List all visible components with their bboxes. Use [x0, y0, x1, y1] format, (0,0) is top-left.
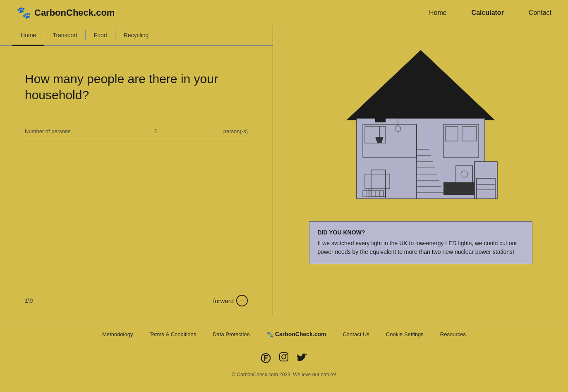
subnav-food[interactable]: Food	[86, 25, 115, 45]
footer-resources[interactable]: Resources	[440, 331, 466, 337]
footer-logo-text: CarbonCheck.com	[275, 331, 326, 337]
footer-footprint-icon: 🐾	[266, 331, 273, 337]
persons-unit: person(-s)	[211, 128, 248, 134]
house-svg	[334, 38, 508, 211]
svg-rect-32	[375, 100, 386, 122]
logo-text: CarbonCheck.com	[34, 7, 115, 18]
svg-rect-38	[280, 353, 288, 361]
footer-contact[interactable]: Contact Us	[343, 331, 369, 337]
persons-label: Number of persons	[25, 128, 108, 134]
logo[interactable]: 🐾 CarbonCheck.com	[17, 6, 115, 19]
question-title: How many people are there in your househ…	[25, 71, 248, 103]
left-content: How many people are there in your househ…	[0, 46, 273, 287]
left-panel: Home Transport Food Recycling How many p…	[0, 25, 273, 315]
footer-cookie[interactable]: Cookie Settings	[386, 331, 424, 337]
svg-rect-33	[475, 162, 497, 199]
nav-links: Home Calculator Contact	[429, 9, 551, 17]
nav-calculator[interactable]: Calculator	[472, 9, 504, 17]
main-container: Home Transport Food Recycling How many p…	[0, 25, 568, 315]
top-navigation: 🐾 CarbonCheck.com Home Calculator Contac…	[0, 0, 568, 25]
persons-input[interactable]	[108, 128, 211, 134]
nav-home[interactable]: Home	[429, 9, 447, 17]
right-panel: DID YOU KNOW? If we switched every light…	[273, 25, 568, 315]
subnav-recycling[interactable]: Recycling	[115, 25, 157, 45]
svg-rect-21	[443, 182, 479, 195]
forward-arrow-icon: →	[236, 295, 248, 306]
forward-button[interactable]: forward →	[213, 295, 248, 306]
footer-copyright: © CarbonCheck.com 2023. We love our natu…	[0, 372, 568, 384]
footer-data-protection[interactable]: Data Protection	[213, 331, 250, 337]
persons-input-row: Number of persons person(-s)	[25, 128, 248, 138]
footer: Methodology Terms & Conditions Data Prot…	[0, 323, 568, 384]
forward-label: forward	[213, 297, 234, 304]
footer-logo[interactable]: 🐾 CarbonCheck.com	[266, 331, 326, 337]
svg-point-39	[282, 355, 286, 359]
bottom-navigation: 1\9 forward →	[0, 287, 273, 315]
svg-marker-0	[346, 50, 495, 120]
facebook-icon[interactable]: Ⓕ	[261, 352, 271, 365]
subnav-transport[interactable]: Transport	[44, 25, 85, 45]
instagram-icon[interactable]	[279, 352, 289, 365]
house-illustration	[334, 38, 508, 213]
twitter-icon[interactable]	[297, 352, 308, 365]
dyk-text: If we switched every light in the UK to …	[318, 239, 524, 256]
footer-terms[interactable]: Terms & Conditions	[149, 331, 196, 337]
subnav-home[interactable]: Home	[12, 25, 44, 45]
nav-contact[interactable]: Contact	[529, 9, 551, 17]
sub-navigation: Home Transport Food Recycling	[0, 25, 273, 46]
dyk-title: DID YOU KNOW?	[318, 229, 524, 236]
did-you-know-box: DID YOU KNOW? If we switched every light…	[309, 221, 532, 264]
footer-social: Ⓕ	[0, 345, 568, 372]
svg-point-40	[285, 354, 287, 355]
footprint-icon: 🐾	[17, 6, 31, 19]
footer-methodology[interactable]: Methodology	[102, 331, 133, 337]
footer-links: Methodology Terms & Conditions Data Prot…	[0, 323, 568, 345]
page-indicator: 1\9	[25, 297, 33, 304]
